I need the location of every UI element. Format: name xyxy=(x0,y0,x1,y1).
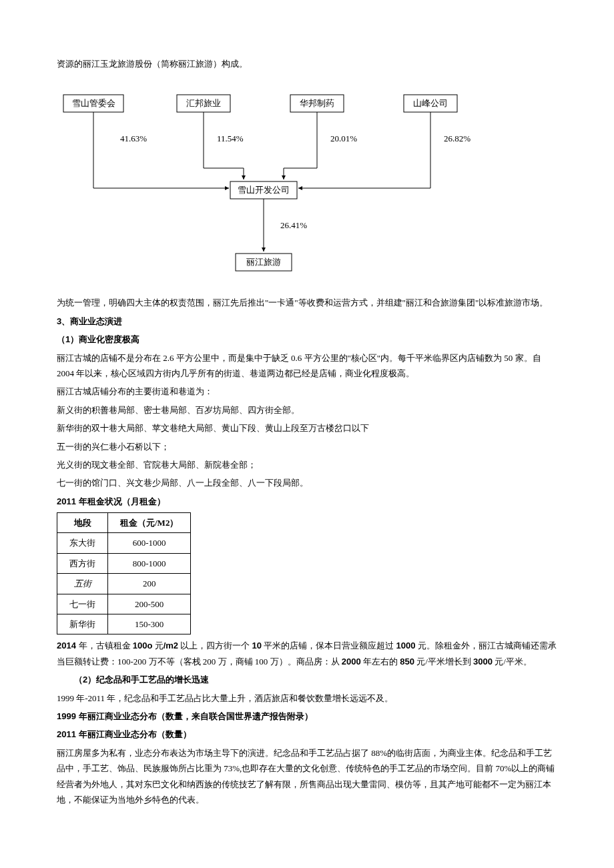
rent-heading-text: 2011 年租金状况（月租金） xyxy=(57,496,166,506)
table-row: 地段 租金（元/M2） xyxy=(57,513,191,533)
diagram-svg: 雪山管委会 汇邦旅业 华邦制药 山峰公司 41.63% 11.54% 20.01… xyxy=(57,91,497,285)
street-0: 新义街的积善巷局部、密士巷局部、百岁坊局部、四方街全部。 xyxy=(57,402,557,418)
table-row: 西方街800-1000 xyxy=(57,553,191,573)
cell: 200 xyxy=(108,574,191,594)
table-row: 新华街150-300 xyxy=(57,614,191,634)
b-2014: 2014 xyxy=(57,640,79,650)
node-bot: 丽江旅游 xyxy=(246,257,281,267)
t: 元 xyxy=(152,640,163,650)
h3-2: （2）纪念品和手工艺品的增长迅速 xyxy=(57,672,557,687)
cell: 西方街 xyxy=(57,553,108,573)
cell: 800-1000 xyxy=(108,553,191,573)
pct-1: 11.54% xyxy=(217,133,244,143)
pct-2: 20.01% xyxy=(330,133,357,143)
pct-3: 26.82% xyxy=(444,133,471,143)
para7: 2011 年丽江商业业态分布（数量） xyxy=(57,727,557,742)
cell: 200-500 xyxy=(108,594,191,614)
node-mid: 雪山开发公司 xyxy=(238,185,290,195)
b: 3000 xyxy=(473,657,493,667)
b: 850 xyxy=(400,657,414,667)
rent-heading: 2011 年租金状况（月租金） xyxy=(57,494,557,509)
street-4: 七一街的馆门口、兴文巷少局部、八一上段全部、八一下段局部。 xyxy=(57,475,557,490)
node-top-1: 汇邦旅业 xyxy=(186,98,221,108)
b: 2000 xyxy=(342,657,361,667)
intro-text: 资源的丽江玉龙旅游股份（简称丽江旅游）构成。 xyxy=(57,56,557,71)
cell: 五街 xyxy=(57,574,108,594)
para6: 1999 年丽江商业业态分布（数量，来自联合国世界遗产报告附录） xyxy=(57,709,557,724)
para5: 1999 年-2011 年，纪念品和手工艺品占比大量上升，酒店旅店和餐饮数量增长… xyxy=(57,691,557,706)
para8: 丽江房屋多为私有，业态分布表达为市场主导下的演进。纪念品和手工艺品占据了 88%… xyxy=(57,745,557,808)
table-row: 东大街600-1000 xyxy=(57,533,191,553)
cell: 600-1000 xyxy=(108,533,191,553)
t: 以上，四方街一个 xyxy=(178,640,252,650)
t: 平米的店铺，保本日营业额应超过 xyxy=(262,640,396,650)
th-0: 地段 xyxy=(57,513,108,533)
node-top-2: 华邦制药 xyxy=(300,98,334,108)
cell: 150-300 xyxy=(108,614,191,634)
node-top-0: 雪山管委会 xyxy=(72,98,115,108)
t: 年左右的 xyxy=(361,657,400,667)
b: /m2 xyxy=(164,640,178,650)
cell: 东大街 xyxy=(57,533,108,553)
para-after-diagram: 为统一管理，明确四大主体的权责范围，丽江先后推出"一卡通"等收费和运营方式，并组… xyxy=(57,295,557,310)
th-1: 租金（元/M2） xyxy=(108,513,191,533)
cell: 七一街 xyxy=(57,594,108,614)
ownership-diagram: 雪山管委会 汇邦旅业 华邦制药 山峰公司 41.63% 11.54% 20.01… xyxy=(57,91,497,285)
cell: 新华街 xyxy=(57,614,108,634)
street-2: 五一街的兴仁巷小石桥以下； xyxy=(57,439,557,454)
rent-table: 地段 租金（元/M2） 东大街600-1000 西方街800-1000 五街20… xyxy=(57,512,191,634)
para-2014: 2014 年，古镇租金 100o 元/m2 以上，四方街一个 10 平米的店铺，… xyxy=(57,638,557,669)
street-3: 光义街的现文巷全部、官院巷大局部、新院巷全部； xyxy=(57,457,557,472)
b: 100o xyxy=(133,640,153,650)
t: 元/平米增长到 xyxy=(414,657,473,667)
h3-1: （1）商业化密度极高 xyxy=(57,332,557,347)
para1: 丽江古城的店铺不是分布在 2.6 平方公里中，而是集中于缺乏 0.6 平方公里的… xyxy=(57,350,557,382)
b: 10 xyxy=(252,640,262,650)
node-top-3: 山峰公司 xyxy=(413,98,448,108)
table-row: 七一街200-500 xyxy=(57,594,191,614)
h3: 3、商业业态演进 xyxy=(57,314,557,329)
b: 1000 xyxy=(396,640,416,650)
street-1: 新华街的双十巷大局部、苹文巷绝大局部、黄山下段、黄山上段至万古楼岔口以下 xyxy=(57,420,557,436)
para2: 丽江古城店铺分布的主要街道和巷道为： xyxy=(57,384,557,399)
pct-0: 41.63% xyxy=(120,133,147,143)
table-row: 五街200 xyxy=(57,574,191,594)
t: 年，古镇租金 xyxy=(79,640,133,650)
t: 元/平米。 xyxy=(493,657,532,667)
pct-mid: 26.41% xyxy=(280,220,307,230)
